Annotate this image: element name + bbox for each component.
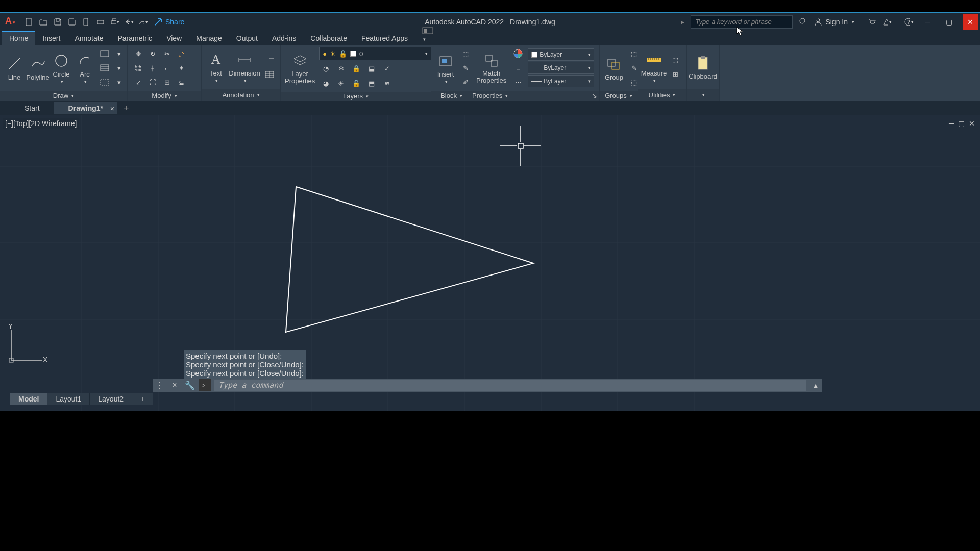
color-combo[interactable]: ByLayer▾ <box>528 48 594 61</box>
measure-button[interactable]: Measure▾ <box>642 51 666 83</box>
tab-insert[interactable]: Insert <box>35 32 67 45</box>
layer-uniso-icon[interactable]: ⬒ <box>365 77 378 90</box>
panel-modify-title[interactable]: Modify▾ <box>128 91 201 101</box>
match-properties-button[interactable]: Match Properties <box>476 52 506 85</box>
maximize-button[interactable]: ▢ <box>941 14 957 30</box>
add-tab-button[interactable]: + <box>124 103 129 114</box>
move-icon[interactable]: ✥ <box>132 47 145 60</box>
tab-annotate[interactable]: Annotate <box>67 32 110 45</box>
arc-button[interactable]: Arc▾ <box>75 52 95 84</box>
color-wheel-icon[interactable] <box>511 47 525 60</box>
web-mobile-icon[interactable] <box>82 17 91 27</box>
layer-on-icon[interactable]: ◕ <box>319 77 332 90</box>
circle-button[interactable]: Circle▾ <box>51 52 71 84</box>
cmd-x-icon[interactable]: × <box>168 379 181 391</box>
saveas-icon[interactable] <box>67 17 77 27</box>
open-icon[interactable] <box>39 17 48 27</box>
panel-draw-title[interactable]: Draw▾ <box>0 91 127 101</box>
panel-utilities-title[interactable]: Utilities▾ <box>638 89 686 101</box>
panel-annotation-title[interactable]: Annotation▾ <box>202 89 280 101</box>
layer-combo[interactable]: ●☀🔓 0▾ <box>319 47 431 60</box>
tab-view[interactable]: View <box>159 32 189 45</box>
calc-icon[interactable]: ⊞ <box>669 68 682 81</box>
create-block-icon[interactable]: ⬚ <box>459 47 472 60</box>
rotate-icon[interactable]: ↻ <box>146 47 159 60</box>
edit-block-icon[interactable]: ✎ <box>459 61 472 74</box>
erase-icon[interactable] <box>175 47 188 60</box>
panel-groups-title[interactable]: Groups▾ <box>600 91 638 101</box>
doc-tab-start[interactable]: Start <box>10 102 54 114</box>
layout-tab-model[interactable]: Model <box>10 393 47 405</box>
redo-icon[interactable]: ▾ <box>139 17 148 27</box>
copy-icon[interactable]: ⿻ <box>132 61 145 74</box>
layout-tab-add[interactable]: + <box>132 393 153 405</box>
cart-icon[interactable] <box>867 17 876 27</box>
leader-icon[interactable] <box>263 54 276 67</box>
layout-tab-layout1[interactable]: Layout1 <box>47 393 90 405</box>
linetype-icon[interactable]: ⋯ <box>511 76 525 89</box>
layer-freeze-icon[interactable]: ❄ <box>334 62 348 75</box>
select-all-icon[interactable]: ⬚ <box>669 54 682 67</box>
layer-match-icon[interactable]: ≋ <box>380 77 394 90</box>
table-icon[interactable] <box>263 68 276 81</box>
scale-icon[interactable]: ⛶ <box>146 76 159 89</box>
lineweight-combo[interactable]: ByLayer▾ <box>528 62 594 74</box>
text-button[interactable]: AText▾ <box>206 51 226 83</box>
trim-icon[interactable]: ✂ <box>160 47 174 60</box>
tab-home[interactable]: Home <box>2 31 35 45</box>
vp-maximize-icon[interactable]: ▢ <box>958 119 965 128</box>
layer-unlock-icon[interactable]: 🔓 <box>350 77 363 90</box>
offset-icon[interactable]: ⊆ <box>175 76 188 89</box>
minimize-button[interactable]: ─ <box>920 14 935 30</box>
layer-thaw-icon[interactable]: ☀ <box>334 77 348 90</box>
line-button[interactable]: Line <box>4 55 24 81</box>
layout-tab-layout2[interactable]: Layout2 <box>90 393 132 405</box>
title-arrow-icon[interactable]: ▸ <box>681 18 684 26</box>
new-icon[interactable] <box>24 17 34 27</box>
help-icon[interactable]: ?▾ <box>904 17 914 27</box>
cmd-wrench-icon[interactable]: 🔧 <box>184 379 196 391</box>
mirror-icon[interactable]: ⟊ <box>146 61 159 74</box>
search-icon[interactable] <box>799 17 808 27</box>
hatch-icon[interactable] <box>98 61 111 74</box>
edit-attr-icon[interactable]: ✐ <box>459 76 472 89</box>
lineweight-icon[interactable]: ≡ <box>511 61 525 74</box>
panel-clipboard-title[interactable]: ▾ <box>687 89 719 101</box>
close-button[interactable]: ✕ <box>963 14 978 30</box>
app-logo-icon[interactable]: A▾ <box>5 16 17 28</box>
tab-parametric[interactable]: Parametric <box>110 32 159 45</box>
plot-icon[interactable] <box>96 17 105 27</box>
cmd-close-icon[interactable]: ⋮ <box>153 379 165 391</box>
layer-iso-icon[interactable]: ⬓ <box>365 62 378 75</box>
boundary-dd-icon[interactable]: ▾ <box>112 76 126 89</box>
autodesk-app-icon[interactable]: ▾ <box>883 17 892 27</box>
panel-block-title[interactable]: Block▾ <box>431 91 472 101</box>
signin-button[interactable]: Sign In▾ <box>814 18 854 26</box>
vp-minimize-icon[interactable]: ─ <box>949 119 954 128</box>
insert-button[interactable]: Insert▾ <box>435 52 456 84</box>
array-icon[interactable]: ⊞ <box>160 76 174 89</box>
stretch-icon[interactable]: ⤢ <box>132 76 145 89</box>
doc-tab-drawing1[interactable]: Drawing1*× <box>54 102 117 114</box>
dimension-button[interactable]: Dimension▾ <box>229 51 260 83</box>
rectangle-dd-icon[interactable]: ▾ <box>112 47 126 60</box>
panel-properties-title[interactable]: Properties▾↘ <box>472 91 599 101</box>
close-tab-icon[interactable]: × <box>110 105 114 113</box>
vp-close-icon[interactable]: ✕ <box>969 119 975 128</box>
tab-addins[interactable]: Add-ins <box>265 32 303 45</box>
clipboard-button[interactable]: Clipboard <box>691 54 715 80</box>
explode-icon[interactable]: ✦ <box>175 61 188 74</box>
tab-featured-apps[interactable]: Featured Apps <box>354 32 415 45</box>
layer-make-current-icon[interactable]: ✓ <box>380 62 394 75</box>
boundary-icon[interactable] <box>98 76 111 89</box>
undo-icon[interactable]: ▾ <box>125 17 134 27</box>
fillet-icon[interactable]: ⌐ <box>160 61 174 74</box>
layer-lock-icon[interactable]: 🔒 <box>350 62 363 75</box>
command-input[interactable]: Type a command <box>214 380 806 391</box>
print-icon[interactable]: ▾ <box>110 17 119 27</box>
share-button[interactable]: Share <box>154 18 184 26</box>
tab-express[interactable]: ▾ <box>415 24 440 45</box>
rectangle-icon[interactable] <box>98 47 111 60</box>
polyline-button[interactable]: Polyline <box>28 55 48 81</box>
panel-layers-title[interactable]: Layers▾ <box>281 92 431 101</box>
